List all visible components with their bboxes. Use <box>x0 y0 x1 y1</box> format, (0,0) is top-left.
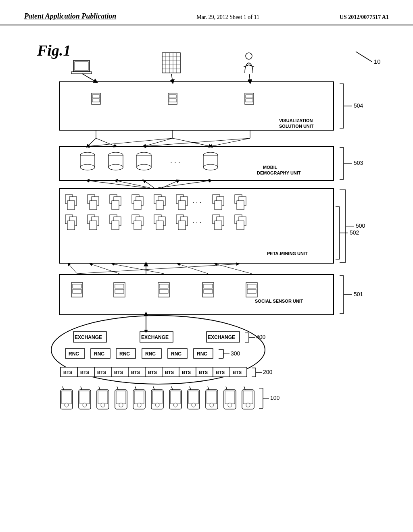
rnc-label-2: RNC <box>94 351 104 357</box>
svg-rect-131 <box>159 289 168 293</box>
svg-rect-77 <box>134 201 141 210</box>
svg-rect-86 <box>215 201 222 210</box>
ellipsis-503: . . . <box>170 157 180 165</box>
svg-rect-71 <box>90 201 97 210</box>
db-icon-503-4 <box>203 152 218 170</box>
layer-504-label-1: VISUALIZATION <box>279 118 313 123</box>
svg-rect-164 <box>80 391 90 404</box>
svg-rect-127 <box>115 284 124 288</box>
server-501-4 <box>202 283 214 297</box>
exchange-label-3: EXCHANGE <box>208 335 235 340</box>
svg-line-30 <box>171 74 173 82</box>
rnc-label-6: RNC <box>197 351 207 357</box>
server-icon-504-1 <box>92 93 100 104</box>
svg-rect-180 <box>152 391 162 404</box>
ref-500: 500 <box>356 222 365 229</box>
bts-label-6: BTS <box>148 370 157 375</box>
bts-label-2: BTS <box>80 370 89 375</box>
svg-line-0 <box>356 52 372 62</box>
exchange-label-2: EXCHANGE <box>141 335 169 340</box>
diagram-container: Fig.1 10 VISUALIZATION SOLUTION UNIT 504 <box>25 33 388 477</box>
svg-rect-98 <box>112 221 119 230</box>
svg-rect-160 <box>62 391 71 404</box>
ellipsis-502-1: . . . <box>192 197 201 204</box>
svg-rect-200 <box>243 391 253 404</box>
svg-rect-7 <box>92 99 100 102</box>
svg-line-189 <box>190 387 191 390</box>
layer-503-label-2: DEMOGRAPHY UNIT <box>257 170 301 175</box>
bts-label-5: BTS <box>131 370 140 375</box>
ref-300: 300 <box>231 350 240 357</box>
svg-line-142 <box>178 264 208 274</box>
svg-line-139 <box>69 264 77 274</box>
ref-503: 503 <box>354 160 363 166</box>
server-icon-504-3 <box>245 93 254 104</box>
svg-rect-9 <box>169 95 176 98</box>
phone-100 <box>60 387 254 409</box>
svg-rect-6 <box>92 95 100 98</box>
bts-label-9: BTS <box>199 370 208 375</box>
svg-point-202 <box>246 403 250 407</box>
svg-rect-13 <box>246 99 253 102</box>
bts-label-4: BTS <box>114 370 123 375</box>
server-501-1 <box>71 283 83 297</box>
exchange-label-1: EXCHANGE <box>75 335 102 340</box>
svg-point-190 <box>192 403 196 407</box>
ref-501: 501 <box>354 291 363 297</box>
svg-line-54 <box>88 138 96 146</box>
svg-rect-125 <box>73 289 81 293</box>
sheet-info: Mar. 29, 2012 Sheet 1 of 11 <box>196 14 259 21</box>
ref-100: 100 <box>270 395 280 401</box>
figure-label: Fig.1 <box>37 42 71 59</box>
svg-rect-16 <box>71 72 92 74</box>
svg-rect-192 <box>207 391 217 404</box>
svg-point-44 <box>137 164 151 170</box>
svg-rect-17 <box>162 53 180 73</box>
svg-rect-92 <box>67 221 75 230</box>
svg-rect-128 <box>115 289 124 293</box>
bts-label-1: BTS <box>63 370 72 375</box>
ellipsis-502-2: . . . <box>192 217 201 224</box>
svg-line-31 <box>249 74 250 82</box>
ref-502: 502 <box>350 229 359 236</box>
diagram-svg: Fig.1 10 VISUALIZATION SOLUTION UNIT 504 <box>25 33 388 477</box>
server-icon-504-2 <box>168 93 177 104</box>
svg-line-56 <box>173 138 211 146</box>
svg-line-29 <box>82 74 96 82</box>
ref-200: 200 <box>263 369 273 375</box>
svg-line-140 <box>91 264 119 274</box>
server-501-2 <box>114 283 125 297</box>
svg-line-169 <box>99 387 100 390</box>
header: Patent Application Publication Mar. 29, … <box>0 0 413 25</box>
svg-rect-196 <box>225 391 235 404</box>
svg-line-115 <box>116 181 150 188</box>
svg-rect-104 <box>156 221 163 230</box>
db-icon-503-1 <box>80 152 95 170</box>
svg-rect-137 <box>247 289 256 293</box>
svg-line-117 <box>158 181 211 188</box>
server-501-5 <box>246 283 257 297</box>
svg-rect-124 <box>73 284 81 288</box>
svg-point-38 <box>80 164 95 170</box>
svg-line-173 <box>117 387 118 390</box>
svg-rect-10 <box>169 99 176 102</box>
db-icon-503-3 <box>137 152 151 170</box>
svg-rect-136 <box>247 284 256 288</box>
svg-rect-184 <box>171 391 180 404</box>
bts-label-11: BTS <box>233 370 242 375</box>
layer-501-box <box>59 274 334 315</box>
rnc-label-3: RNC <box>119 351 130 357</box>
svg-line-177 <box>135 387 136 390</box>
svg-rect-89 <box>237 201 244 210</box>
svg-line-53 <box>211 138 250 146</box>
ref-504: 504 <box>354 102 363 109</box>
svg-rect-101 <box>134 221 141 230</box>
svg-rect-168 <box>98 391 108 404</box>
svg-rect-15 <box>75 62 88 71</box>
svg-rect-80 <box>156 201 163 210</box>
publication-title: Patent Application Publication <box>24 12 116 21</box>
layer-502-label: PETA-MINING UNIT <box>267 251 308 256</box>
svg-rect-107 <box>178 221 186 230</box>
svg-rect-134 <box>204 289 213 293</box>
svg-line-161 <box>63 387 64 390</box>
